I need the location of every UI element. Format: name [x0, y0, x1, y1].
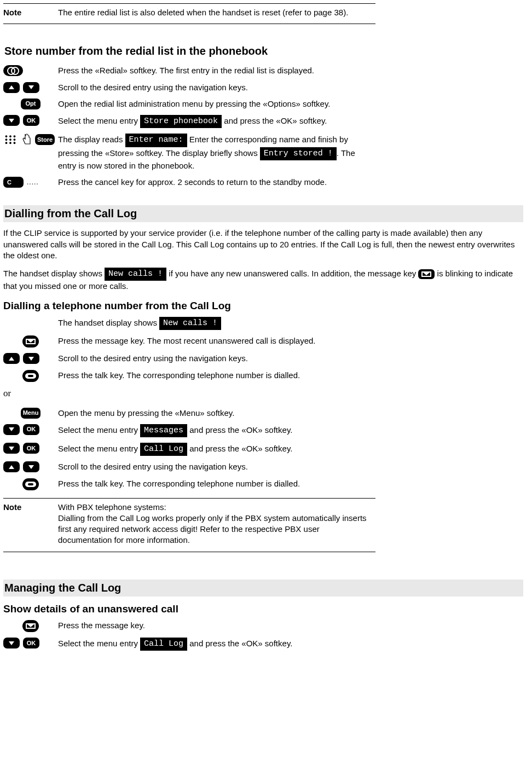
- ok-key-icon: OK: [23, 638, 39, 648]
- text-fragment: The handset display shows: [3, 269, 105, 278]
- lcd-store-phonebook: Store phonebook: [140, 115, 222, 128]
- menu-key-icon: Menu: [21, 408, 41, 419]
- note-line: Dialling from the Call Log works properl…: [58, 513, 375, 546]
- heading-manage-call-log: Managing the Call Log: [3, 580, 523, 597]
- lcd-call-log: Call Log: [140, 638, 187, 651]
- cancel-key-icon: C: [3, 177, 24, 188]
- step-text: Select the menu entry Call Log and press…: [58, 443, 365, 456]
- nav-down-icon: [3, 443, 20, 454]
- talk-key-icon: [22, 370, 39, 382]
- keypad-icon: ●●●●●●●●●: [3, 135, 19, 145]
- step-text: The display reads Enter name: Enter the …: [58, 134, 365, 171]
- step-text: Press the message key.: [58, 620, 365, 631]
- lcd-new-calls: New calls !: [159, 317, 221, 330]
- heading-store: Store number from the redial list in the…: [3, 43, 523, 60]
- redial-key-icon: [3, 65, 23, 76]
- step-enter-name: ●●●●●●●●● Store The display reads Enter …: [3, 134, 523, 171]
- step-scroll: Scroll to the desired entry using the na…: [3, 353, 523, 364]
- step-text: Scroll to the desired entry using the na…: [58, 353, 365, 364]
- nav-up-icon: [3, 353, 20, 364]
- nav-down-icon: [3, 115, 20, 126]
- note-text: With PBX telephone systems: Dialling fro…: [58, 502, 375, 546]
- step-opt: Opt Open the redial list administration …: [3, 99, 523, 109]
- dial-intro-2: The handset display shows New calls ! if…: [3, 268, 523, 292]
- step-text: Open the redial list administration menu…: [58, 99, 365, 109]
- step-text: Open the menu by pressing the «Menu» sof…: [58, 408, 365, 419]
- step-display-new-calls: The handset display shows New calls !: [3, 317, 523, 330]
- text-fragment: The display reads: [58, 135, 125, 144]
- step-text: Press the talk key. The corresponding te…: [58, 370, 365, 381]
- nav-down-icon: [23, 82, 39, 93]
- nav-down-icon: [3, 424, 20, 435]
- lcd-call-log: Call Log: [140, 443, 187, 456]
- step-open-menu: Menu Open the menu by pressing the «Menu…: [3, 408, 523, 419]
- step-scroll: Scroll to the desired entry using the na…: [3, 461, 523, 472]
- step-select-call-log: OK Select the menu entry Call Log and pr…: [3, 638, 523, 651]
- step-select-messages: OK Select the menu entry Messages and pr…: [3, 424, 523, 437]
- ok-key-icon: OK: [23, 115, 39, 126]
- lcd-entry-stored: Entry stored !: [260, 147, 337, 160]
- step-select-store-phonebook: OK Select the menu entry Store phonebook…: [3, 115, 523, 128]
- hand-icon: [22, 134, 32, 146]
- step-text: Scroll to the desired entry using the na…: [58, 461, 365, 472]
- text-fragment: and press the «OK» softkey.: [187, 425, 292, 435]
- talk-key-icon: [22, 478, 39, 490]
- nav-up-icon: [3, 82, 20, 93]
- note-line: With PBX telephone systems:: [58, 502, 375, 513]
- dial-intro: If the CLIP service is supported by your…: [3, 228, 523, 261]
- text-fragment: and press the «OK» softkey.: [187, 639, 292, 648]
- nav-down-icon: [23, 461, 39, 472]
- step-text: Scroll to the desired entry using the na…: [58, 82, 365, 93]
- ok-key-icon: OK: [23, 424, 39, 435]
- step-press-message: Press the message key.: [3, 620, 523, 632]
- text-fragment: Select the menu entry: [58, 444, 140, 453]
- lcd-new-calls: New calls !: [105, 268, 166, 281]
- step-text: The handset display shows New calls !: [58, 317, 365, 330]
- step-text: Press the message key. The most recent u…: [58, 335, 365, 346]
- step-talk: Press the talk key. The corresponding te…: [3, 478, 523, 490]
- step-text: Press the cancel key for approx. 2 secon…: [58, 177, 365, 188]
- nav-up-icon: [3, 461, 20, 472]
- step-text: Press the «Redial» softkey. The first en…: [58, 65, 365, 76]
- step-text: Select the menu entry Call Log and press…: [58, 638, 365, 651]
- step-text: Press the talk key. The corresponding te…: [58, 478, 365, 489]
- nav-down-icon: [23, 353, 39, 364]
- text-fragment: and press the «OK» softkey.: [187, 444, 292, 453]
- step-cancel: C ..... Press the cancel key for approx.…: [3, 177, 523, 188]
- step-select-call-log: OK Select the menu entry Call Log and pr…: [3, 443, 523, 456]
- note-label: Note: [3, 7, 58, 18]
- note-pbx: Note With PBX telephone systems: Diallin…: [3, 498, 375, 552]
- opt-key-icon: Opt: [21, 99, 41, 109]
- note-label: Note: [3, 502, 58, 546]
- step-scroll: Scroll to the desired entry using the na…: [3, 82, 523, 93]
- step-text: Select the menu entry Messages and press…: [58, 424, 365, 437]
- long-press-dots-icon: .....: [27, 178, 39, 187]
- note-top: Note The entire redial list is also dele…: [3, 3, 375, 24]
- text-fragment: Select the menu entry: [58, 639, 140, 648]
- text-fragment: and press the «OK» softkey.: [222, 116, 327, 125]
- heading-dial-call-log: Dialling from the Call Log: [3, 205, 523, 222]
- subheading-dial-number: Dialling a telephone number from the Cal…: [3, 299, 523, 313]
- nav-down-icon: [3, 638, 20, 648]
- ok-key-icon: OK: [23, 443, 39, 454]
- step-text: Select the menu entry Store phonebook an…: [58, 115, 365, 128]
- lcd-messages: Messages: [140, 424, 187, 437]
- subheading-show-details: Show details of an unanswered call: [3, 602, 523, 616]
- or-separator: or: [3, 387, 523, 400]
- message-key-icon: [22, 620, 39, 632]
- step-talk: Press the talk key. The corresponding te…: [3, 370, 523, 382]
- message-key-icon: [418, 269, 435, 279]
- step-redial: Press the «Redial» softkey. The first en…: [3, 65, 523, 76]
- message-key-icon: [22, 335, 39, 348]
- note-text: The entire redial list is also deleted w…: [58, 7, 375, 18]
- store-key-icon: Store: [35, 134, 55, 145]
- step-press-message: Press the message key. The most recent u…: [3, 335, 523, 348]
- text-fragment: Select the menu entry: [58, 116, 140, 125]
- text-fragment: Select the menu entry: [58, 425, 140, 435]
- text-fragment: The handset display shows: [58, 318, 159, 327]
- lcd-enter-name: Enter name:: [125, 134, 187, 147]
- text-fragment: if you have any new unanswered calls. In…: [166, 269, 418, 278]
